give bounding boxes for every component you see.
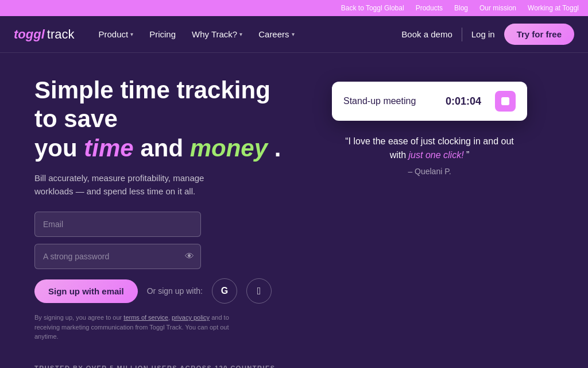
email-form-group bbox=[34, 212, 283, 237]
signup-button[interactable]: Sign up with email bbox=[34, 279, 138, 303]
hero-section: Simple time tracking to save you time an… bbox=[0, 53, 588, 355]
nav-links: Product ▾ Pricing Why Track? ▾ Careers ▾ bbox=[92, 25, 401, 44]
email-field[interactable] bbox=[34, 212, 201, 237]
testimonial-text: “I love the ease of just clocking in and… bbox=[338, 135, 521, 162]
hero-title-money: money bbox=[190, 135, 268, 162]
google-icon: G bbox=[221, 286, 228, 296]
timer-time: 0:01:04 bbox=[446, 95, 481, 108]
terms-of-service-link[interactable]: terms of service bbox=[123, 314, 168, 321]
try-free-button[interactable]: Try for free bbox=[504, 24, 574, 45]
stop-icon bbox=[501, 97, 509, 105]
main-nav: toggl track Product ▾ Pricing Why Track?… bbox=[0, 16, 588, 53]
book-demo-link[interactable]: Book a demo bbox=[401, 29, 452, 39]
privacy-policy-link[interactable]: privacy policy bbox=[172, 314, 210, 321]
logo-toggl: toggl bbox=[14, 27, 45, 42]
our-mission-link[interactable]: Our mission bbox=[479, 4, 516, 12]
testimonial-author: – Quelani P. bbox=[338, 167, 521, 176]
top-bar: Back to Toggl Global Products Blog Our m… bbox=[0, 0, 588, 16]
log-in-link[interactable]: Log in bbox=[471, 29, 495, 39]
hero-title-and: and bbox=[140, 135, 189, 162]
nav-divider bbox=[462, 28, 462, 41]
or-text: Or sign up with: bbox=[147, 286, 203, 296]
logo-track: track bbox=[47, 27, 75, 42]
nav-right: Book a demo Log in Try for free bbox=[401, 24, 574, 45]
nav-product-link[interactable]: Product ▾ bbox=[92, 25, 139, 44]
chevron-down-icon-3: ▾ bbox=[292, 31, 295, 37]
testimonial-text-part2: ” bbox=[466, 150, 469, 160]
trusted-section: TRUSTED BY OVER 5 MILLION USERS ACROSS 1… bbox=[0, 355, 588, 368]
logo[interactable]: toggl track bbox=[14, 27, 74, 42]
hero-left: Simple time tracking to save you time an… bbox=[34, 76, 283, 342]
chevron-down-icon-2: ▾ bbox=[239, 31, 242, 37]
nav-pricing-link[interactable]: Pricing bbox=[144, 25, 181, 44]
hero-title-time: time bbox=[84, 135, 133, 162]
timer-label: Stand-up meeting bbox=[343, 96, 436, 106]
chevron-down-icon: ▾ bbox=[130, 31, 133, 37]
signup-row: Sign up with email Or sign up with: G  bbox=[34, 278, 283, 304]
hero-title: Simple time tracking to save you time an… bbox=[34, 76, 283, 163]
working-at-toggl-link[interactable]: Working at Toggl bbox=[528, 4, 579, 12]
testimonial: “I love the ease of just clocking in and… bbox=[338, 135, 521, 176]
google-signup-button[interactable]: G bbox=[212, 278, 237, 304]
timer-card: Stand-up meeting 0:01:04 bbox=[332, 82, 527, 121]
hero-title-you: you bbox=[34, 135, 84, 162]
products-global-link[interactable]: Products bbox=[416, 4, 443, 12]
trusted-label: TRUSTED BY OVER 5 MILLION USERS ACROSS 1… bbox=[34, 365, 554, 368]
back-to-toggl-global-link[interactable]: Back to Toggl Global bbox=[341, 4, 404, 12]
hero-title-part1: Simple time tracking to save bbox=[34, 76, 270, 132]
stop-button[interactable] bbox=[495, 91, 516, 112]
hero-subtitle: Bill accurately, measure profitability, … bbox=[34, 172, 241, 198]
password-form-group: 👁 bbox=[34, 244, 201, 269]
nav-why-track-link[interactable]: Why Track? ▾ bbox=[186, 25, 248, 44]
testimonial-highlight: just one click! bbox=[409, 150, 464, 160]
blog-link[interactable]: Blog bbox=[454, 4, 468, 12]
password-field[interactable] bbox=[34, 244, 201, 269]
terms-text: By signing up, you agree to our terms of… bbox=[34, 313, 253, 342]
hero-right: Stand-up meeting 0:01:04 “I love the eas… bbox=[305, 76, 554, 176]
nav-careers-link[interactable]: Careers ▾ bbox=[253, 25, 300, 44]
apple-signup-button[interactable]:  bbox=[246, 278, 272, 304]
eye-icon[interactable]: 👁 bbox=[185, 251, 194, 262]
apple-icon:  bbox=[257, 285, 261, 297]
hero-title-end: . bbox=[274, 135, 281, 162]
